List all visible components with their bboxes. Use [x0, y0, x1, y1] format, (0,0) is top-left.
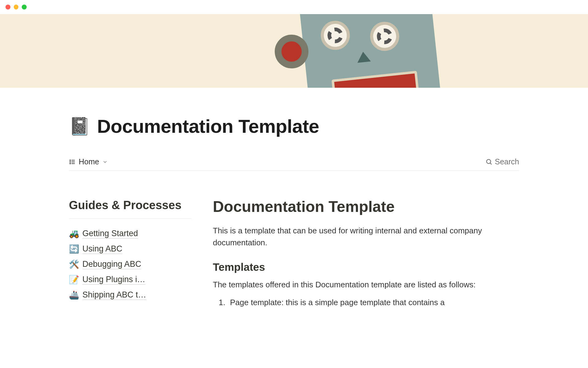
svg-point-6 [487, 159, 491, 163]
templates-heading: Templates [213, 261, 519, 273]
sidebar-item-shipping-abc[interactable]: 🚢 Shipping ABC t… [69, 287, 191, 303]
templates-list: Page template: this is a simple page tem… [213, 296, 519, 309]
ship-icon: 🚢 [69, 290, 79, 300]
search-label: Search [495, 157, 519, 166]
svg-point-5 [70, 163, 70, 164]
sidebar-item-label: Using Plugins i… [82, 275, 145, 285]
window-minimize-button[interactable] [14, 5, 19, 10]
sidebar-item-getting-started[interactable]: 🚜 Getting Started [69, 226, 191, 241]
tools-icon: 🛠️ [69, 259, 79, 269]
content-heading: Documentation Template [213, 198, 519, 216]
svg-line-7 [490, 163, 492, 164]
sidebar-heading: Guides & Processes [69, 198, 191, 219]
window-zoom-button[interactable] [22, 5, 27, 10]
sidebar-item-using-abc[interactable]: 🔄 Using ABC [69, 241, 191, 257]
sidebar-item-label: Debugging ABC [82, 259, 141, 269]
svg-point-4 [70, 161, 70, 162]
svg-point-3 [70, 160, 70, 160]
sidebar-item-using-plugins[interactable]: 📝 Using Plugins i… [69, 272, 191, 287]
refresh-icon: 🔄 [69, 244, 79, 254]
main-content: Documentation Template This is a templat… [213, 198, 519, 309]
view-selector[interactable]: Home [69, 157, 108, 166]
tractor-icon: 🚜 [69, 229, 79, 239]
search-icon [485, 158, 492, 165]
window-close-button[interactable] [6, 5, 10, 10]
sidebar: Guides & Processes 🚜 Getting Started 🔄 U… [69, 198, 191, 309]
content-intro: This is a template that can be used for … [213, 225, 519, 249]
window-titlebar [0, 0, 588, 14]
sidebar-item-label: Using ABC [82, 244, 123, 254]
sidebar-item-label: Shipping ABC t… [82, 290, 146, 300]
view-label: Home [79, 157, 99, 166]
cover-image [0, 14, 588, 88]
sidebar-item-debugging-abc[interactable]: 🛠️ Debugging ABC [69, 257, 191, 272]
sidebar-item-label: Getting Started [82, 229, 138, 239]
templates-intro: The templates offered in this Documentat… [213, 279, 519, 291]
list-icon [69, 159, 76, 165]
page-emoji-icon: 📓 [69, 118, 90, 135]
page-title: Documentation Template [97, 115, 319, 137]
memo-icon: 📝 [69, 275, 79, 285]
search-button[interactable]: Search [485, 157, 519, 166]
list-item: Page template: this is a simple page tem… [228, 296, 519, 309]
chevron-down-icon [102, 159, 108, 165]
